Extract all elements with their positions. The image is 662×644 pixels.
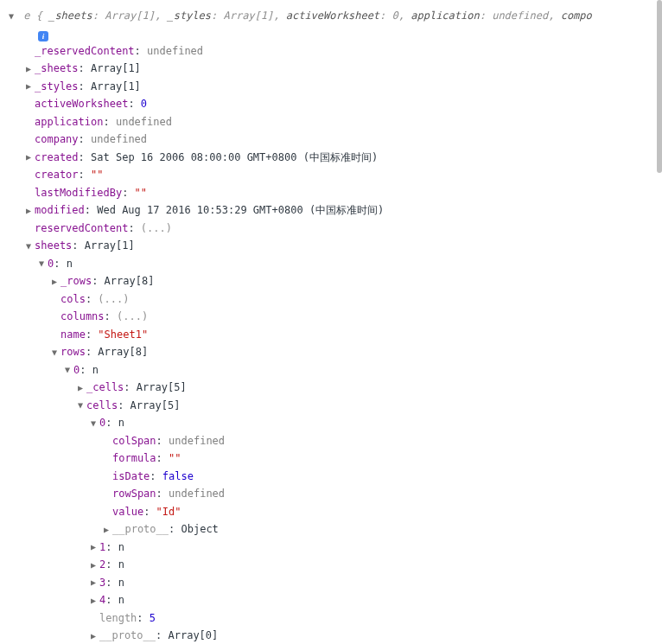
sheet0-rows[interactable]: ▼rows: Array[8] (0, 343, 662, 361)
chevron-down-icon[interactable]: ▼ (52, 344, 60, 361)
row0-cells[interactable]: ▼cells: Array[5] (0, 397, 662, 415)
cell0-rowSpan[interactable]: ▶rowSpan: undefined (0, 485, 662, 503)
prop-created[interactable]: ▶created: Sat Sep 16 2006 08:00:00 GMT+0… (0, 149, 662, 167)
chevron-right-icon[interactable]: ▶ (91, 539, 99, 556)
cells-0[interactable]: ▼0: n (0, 414, 662, 432)
cells-proto[interactable]: ▶__proto__: Array[0] (0, 627, 662, 644)
chevron-down-icon[interactable]: ▼ (91, 415, 99, 432)
cells-1[interactable]: ▶1: n (0, 539, 662, 557)
chevron-right-icon[interactable]: ▶ (104, 521, 112, 539)
sheet0-cols[interactable]: ▶cols: (...) (0, 290, 662, 309)
prop-activeWorksheet[interactable]: ▶activeWorksheet: 0 (0, 95, 662, 113)
cell0-isDate[interactable]: ▶isDate: false (0, 468, 662, 486)
info-icon[interactable] (38, 31, 48, 41)
chevron-down-icon[interactable]: ▼ (39, 255, 48, 272)
prop-application[interactable]: ▶application: undefined (0, 113, 662, 131)
vertical-scrollbar[interactable] (657, 0, 662, 173)
chevron-right-icon[interactable]: ▶ (52, 273, 60, 290)
chevron-right-icon[interactable]: ▶ (78, 379, 86, 397)
sheets-0[interactable]: ▼0: n (0, 255, 662, 273)
prop-creator[interactable]: ▶creator: "" (0, 166, 662, 184)
sheet0-columns[interactable]: ▶columns: (...) (0, 308, 662, 326)
prop-lastModifiedBy[interactable]: ▶lastModifiedBy: "" (0, 184, 662, 202)
prop-company[interactable]: ▶company: undefined (0, 131, 662, 149)
chevron-right-icon[interactable]: ▶ (91, 592, 99, 609)
prop-_reservedContent[interactable]: ▶_reservedContent: undefined (0, 42, 662, 61)
prop-reservedContent[interactable]: ▶reservedContent: (...) (0, 220, 662, 238)
row0-_cells[interactable]: ▶_cells: Array[5] (0, 379, 662, 397)
prop-_sheets[interactable]: ▶_sheets: Array[1] (0, 60, 662, 78)
preview-lead: e { (23, 10, 42, 22)
prop-modified[interactable]: ▶modified: Wed Aug 17 2016 10:53:29 GMT+… (0, 201, 662, 220)
prop-_styles[interactable]: ▶_styles: Array[1] (0, 78, 662, 96)
prop-sheets[interactable]: ▼sheets: Array[1] (0, 237, 662, 255)
chevron-down-icon[interactable]: ▼ (78, 397, 86, 414)
info-badge-line (0, 25, 662, 42)
chevron-right-icon[interactable]: ▶ (91, 628, 99, 645)
cells-4[interactable]: ▶4: n (0, 591, 662, 609)
cells-3[interactable]: ▶3: n (0, 574, 662, 592)
chevron-right-icon[interactable]: ▶ (26, 202, 35, 220)
chevron-down-icon[interactable]: ▼ (65, 361, 73, 379)
chevron-right-icon[interactable]: ▶ (26, 149, 35, 166)
cell0-colSpan[interactable]: ▶colSpan: undefined (0, 432, 662, 450)
chevron-right-icon[interactable]: ▶ (26, 78, 35, 95)
cells-2[interactable]: ▶2: n (0, 556, 662, 574)
object-preview-line[interactable]: ▼ e { _sheets: Array[1], _styles: Array[… (0, 7, 662, 25)
cell0-formula[interactable]: ▶formula: "" (0, 450, 662, 468)
chevron-right-icon[interactable]: ▶ (26, 61, 35, 78)
chevron-right-icon[interactable]: ▶ (91, 574, 99, 591)
chevron-down-icon[interactable]: ▼ (26, 238, 35, 255)
cell0-value[interactable]: ▶value: "Id" (0, 503, 662, 521)
sheet0-name[interactable]: ▶name: "Sheet1" (0, 326, 662, 344)
rows-0[interactable]: ▼0: n (0, 361, 662, 379)
sheet0-_rows[interactable]: ▶_rows: Array[8] (0, 272, 662, 290)
cell0-proto[interactable]: ▶__proto__: Object (0, 520, 662, 539)
cells-length[interactable]: ▶length: 5 (0, 609, 662, 628)
chevron-right-icon[interactable]: ▶ (91, 557, 99, 574)
chevron-down-icon[interactable]: ▼ (9, 8, 17, 25)
